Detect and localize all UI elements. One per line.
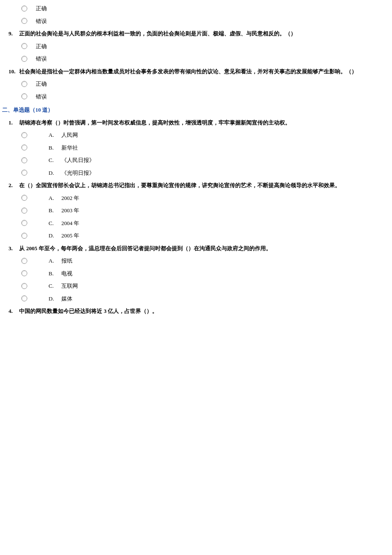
option-letter: D. xyxy=(49,169,61,177)
q8-option-correct[interactable]: 正确 xyxy=(0,4,392,13)
mc-q3-text: 3. 从 2005 年至今，每年两会，温总理在会后回答记者提问时都会提到（）在沟… xyxy=(0,244,392,253)
option-text: 2003 年 xyxy=(61,206,79,215)
radio-icon xyxy=(21,18,27,24)
radio-icon xyxy=(21,233,27,239)
option-letter: D. xyxy=(49,295,61,303)
option-label: 错误 xyxy=(36,92,47,101)
mc-q2-option-a[interactable]: A. 2002 年 xyxy=(0,194,392,202)
option-text: 电视 xyxy=(61,269,72,278)
radio-icon xyxy=(21,258,27,264)
q9-option-wrong[interactable]: 错误 xyxy=(0,55,392,63)
option-letter: C. xyxy=(49,282,61,290)
mc-q2-text: 2. 在（）全国宣传部长会议上，胡锦涛总书记指出，要尊重舆论宣传的规律，讲究舆论… xyxy=(0,181,392,190)
q10-option-wrong[interactable]: 错误 xyxy=(0,92,392,101)
question-stem: 社会舆论是指社会一定群体内相当数量成员对社会事务多发表的带有倾向性的议论、意见和… xyxy=(19,68,357,75)
question-10: 10. 社会舆论是指社会一定群体内相当数量成员对社会事务多发表的带有倾向性的议论… xyxy=(0,67,392,101)
radio-icon xyxy=(21,145,27,150)
question-9: 9. 正面的社会舆论是与人民群众的根本利益相一致的，负面的社会舆论则是片面、极端… xyxy=(0,29,392,63)
option-text: 2004 年 xyxy=(61,219,79,228)
mc-question-3: 3. 从 2005 年至今，每年两会，温总理在会后回答记者提问时都会提到（）在沟… xyxy=(0,244,392,303)
q9-option-correct[interactable]: 正确 xyxy=(0,42,392,51)
question-10-text: 10. 社会舆论是指社会一定群体内相当数量成员对社会事务多发表的带有倾向性的议论… xyxy=(0,67,392,76)
option-text: 《光明日报》 xyxy=(61,169,95,177)
mc-q3-option-b[interactable]: B. 电视 xyxy=(0,269,392,278)
option-letter: B. xyxy=(49,269,61,278)
mc-q1-option-d[interactable]: D. 《光明日报》 xyxy=(0,169,392,177)
mc-question-1: 1. 胡锦涛在考察（）时曾强调，第一时间发布权威信息，提高时效性，增强透明度，牢… xyxy=(0,119,392,177)
question-stem: 从 2005 年至今，每年两会，温总理在会后回答记者提问时都会提到（）在沟通民众… xyxy=(19,245,271,251)
radio-icon xyxy=(21,283,27,289)
q10-option-correct[interactable]: 正确 xyxy=(0,80,392,88)
option-letter: B. xyxy=(49,144,61,152)
radio-icon xyxy=(21,56,27,62)
option-text: 报纸 xyxy=(61,257,72,265)
option-letter: A. xyxy=(49,131,61,139)
option-letter: B. xyxy=(49,206,61,215)
option-text: 媒体 xyxy=(61,295,72,303)
mc-q1-option-b[interactable]: B. 新华社 xyxy=(0,144,392,152)
question-stem: 胡锦涛在考察（）时曾强调，第一时间发布权威信息，提高时效性，增强透明度，牢牢掌握… xyxy=(19,119,291,126)
option-text: 《人民日报》 xyxy=(61,156,95,165)
option-label: 正确 xyxy=(36,80,47,88)
question-8-options: 正确 错误 xyxy=(0,4,392,25)
radio-icon xyxy=(21,270,27,276)
question-number: 3. xyxy=(9,244,18,253)
mc-q4-text: 4. 中国的网民数量如今已经达到将近 3 亿人，占世界（）。 xyxy=(0,307,392,315)
mc-q1-option-a[interactable]: A. 人民网 xyxy=(0,131,392,139)
radio-icon xyxy=(21,220,27,226)
radio-icon xyxy=(21,295,27,301)
radio-icon xyxy=(21,170,27,176)
mc-q2-option-c[interactable]: C. 2004 年 xyxy=(0,219,392,228)
mc-q3-option-d[interactable]: D. 媒体 xyxy=(0,295,392,303)
option-text: 互联网 xyxy=(61,282,78,290)
q8-option-wrong[interactable]: 错误 xyxy=(0,17,392,26)
option-label: 正确 xyxy=(36,4,47,13)
question-number: 1. xyxy=(9,119,18,127)
question-9-text: 9. 正面的社会舆论是与人民群众的根本利益相一致的，负面的社会舆论则是片面、极端… xyxy=(0,29,392,38)
section-2-header: 二、单选题（10 道） xyxy=(0,106,392,114)
option-text: 2002 年 xyxy=(61,194,79,202)
mc-q3-option-a[interactable]: A. 报纸 xyxy=(0,257,392,265)
option-letter: A. xyxy=(49,257,61,265)
option-letter: D. xyxy=(49,231,61,240)
option-letter: A. xyxy=(49,194,61,202)
mc-question-4: 4. 中国的网民数量如今已经达到将近 3 亿人，占世界（）。 xyxy=(0,307,392,315)
question-number: 10. xyxy=(9,67,18,76)
option-text: 新华社 xyxy=(61,144,78,152)
option-letter: C. xyxy=(49,156,61,165)
option-label: 错误 xyxy=(36,17,47,26)
radio-icon xyxy=(21,195,27,201)
mc-q2-option-d[interactable]: D. 2005 年 xyxy=(0,231,392,240)
radio-icon xyxy=(21,157,27,163)
radio-icon xyxy=(21,132,27,138)
radio-icon xyxy=(21,81,27,87)
mc-q2-option-b[interactable]: B. 2003 年 xyxy=(0,206,392,215)
option-letter: C. xyxy=(49,219,61,228)
question-number: 4. xyxy=(9,307,18,315)
option-label: 错误 xyxy=(36,55,47,63)
radio-icon xyxy=(21,208,27,214)
option-label: 正确 xyxy=(36,42,47,51)
mc-q1-text: 1. 胡锦涛在考察（）时曾强调，第一时间发布权威信息，提高时效性，增强透明度，牢… xyxy=(0,119,392,127)
question-stem: 正面的社会舆论是与人民群众的根本利益相一致的，负面的社会舆论则是片面、极端、虚假… xyxy=(19,30,296,37)
radio-icon xyxy=(21,43,27,49)
radio-icon xyxy=(21,93,27,99)
radio-icon xyxy=(21,6,27,12)
option-text: 人民网 xyxy=(61,131,78,139)
question-stem: 在（）全国宣传部长会议上，胡锦涛总书记指出，要尊重舆论宣传的规律，讲究舆论宣传的… xyxy=(19,182,340,188)
option-text: 2005 年 xyxy=(61,231,79,240)
mc-q3-option-c[interactable]: C. 互联网 xyxy=(0,282,392,290)
mc-question-2: 2. 在（）全国宣传部长会议上，胡锦涛总书记指出，要尊重舆论宣传的规律，讲究舆论… xyxy=(0,181,392,240)
mc-q1-option-c[interactable]: C. 《人民日报》 xyxy=(0,156,392,165)
question-number: 2. xyxy=(9,181,18,190)
question-number: 9. xyxy=(9,29,18,38)
question-stem: 中国的网民数量如今已经达到将近 3 亿人，占世界（）。 xyxy=(19,308,158,314)
